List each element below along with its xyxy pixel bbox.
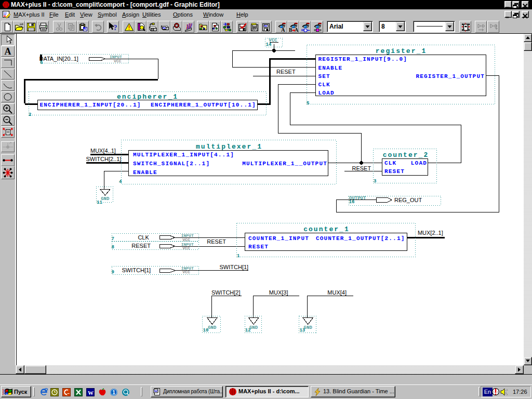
- svg-text:REG_OUT: REG_OUT: [394, 197, 422, 203]
- svg-text:ENCIPHERER_1_OUTPUT[10..1]: ENCIPHERER_1_OUTPUT[10..1]: [151, 102, 256, 108]
- svg-text:RESET: RESET: [248, 244, 269, 250]
- svg-text:VCC: VCC: [269, 38, 277, 43]
- svg-text:GND: GND: [304, 325, 313, 330]
- svg-text:MUX[3]: MUX[3]: [269, 289, 288, 296]
- svg-text:CLK: CLK: [318, 82, 330, 88]
- svg-text:RESET: RESET: [276, 69, 296, 75]
- svg-text:SWITCH_SIGNAL[2..1]: SWITCH_SIGNAL[2..1]: [133, 161, 210, 167]
- svg-text:REGISTER_1_INPUT[9..0]: REGISTER_1_INPUT[9..0]: [318, 56, 408, 62]
- svg-text:A: A: [5, 46, 11, 56]
- svg-text:register_1: register_1: [376, 47, 427, 55]
- svg-text:encipherer_1: encipherer_1: [117, 93, 178, 101]
- svg-text:B: B: [289, 27, 292, 33]
- svg-text:1: 1: [112, 390, 115, 395]
- svg-text:OUTPUT: OUTPUT: [349, 196, 366, 201]
- svg-text:GND: GND: [249, 325, 258, 330]
- svg-text:4: 4: [119, 179, 122, 184]
- svg-text:RESET: RESET: [384, 168, 405, 175]
- svg-text:LOAD: LOAD: [318, 90, 335, 96]
- svg-text:CLK: CLK: [384, 160, 396, 166]
- svg-text:DATA_IN[20..1]: DATA_IN[20..1]: [39, 56, 78, 62]
- svg-text:counter_2: counter_2: [383, 151, 429, 159]
- svg-text:ENABLE: ENABLE: [133, 169, 157, 176]
- svg-text:GND: GND: [101, 196, 110, 202]
- svg-text:SWITCH[2]: SWITCH[2]: [211, 289, 241, 296]
- svg-text:SWITCH[1]: SWITCH[1]: [220, 264, 249, 270]
- svg-text:VCC: VCC: [182, 270, 190, 274]
- svg-text:A: A: [295, 27, 299, 33]
- svg-text:A: A: [281, 27, 285, 33]
- svg-text:GND: GND: [208, 325, 217, 330]
- svg-text:SWITCH[2..1]: SWITCH[2..1]: [86, 156, 122, 162]
- svg-text:MUX[4..1]: MUX[4..1]: [90, 148, 116, 154]
- svg-text:9: 9: [112, 270, 114, 275]
- svg-text:5: 5: [307, 101, 309, 106]
- svg-text:REGISTER_1_OUTPUT: REGISTER_1_OUTPUT: [416, 73, 485, 79]
- svg-text:SWITCH[1]: SWITCH[1]: [122, 267, 151, 273]
- svg-text:7: 7: [112, 236, 114, 242]
- svg-text:MULTIPLEXER_1__OUTPUT: MULTIPLEXER_1__OUTPUT: [242, 161, 327, 167]
- svg-text:RESET: RESET: [207, 238, 226, 245]
- svg-text:?: ?: [114, 24, 117, 32]
- svg-text:ENABLE: ENABLE: [318, 65, 343, 71]
- svg-text:VCC: VCC: [114, 59, 122, 63]
- svg-text:SET: SET: [318, 73, 330, 79]
- svg-text:RESET: RESET: [131, 243, 151, 249]
- svg-text:MUX[2..1]: MUX[2..1]: [418, 230, 443, 236]
- svg-text:1: 1: [237, 254, 240, 259]
- svg-text:ENCIPHERER_1_INPUT[20..1]: ENCIPHERER_1_INPUT[20..1]: [40, 102, 141, 108]
- svg-text:LOAD: LOAD: [411, 160, 427, 166]
- svg-text:CLK: CLK: [138, 234, 149, 241]
- svg-text:COUNTER_1_OUTPUT[2..1]: COUNTER_1_OUTPUT[2..1]: [316, 235, 405, 242]
- svg-text:counter_1: counter_1: [303, 225, 350, 233]
- svg-text:W: W: [88, 390, 94, 396]
- svg-text:RESET: RESET: [352, 165, 371, 171]
- svg-text:multiplexer_1: multiplexer_1: [196, 143, 262, 151]
- svg-text:8: 8: [112, 245, 114, 250]
- svg-text:MUX[4]: MUX[4]: [327, 289, 347, 296]
- svg-text:3: 3: [374, 179, 376, 184]
- svg-text:COUNTER_1_INPUT: COUNTER_1_INPUT: [248, 235, 309, 242]
- svg-text:VCC: VCC: [182, 246, 190, 250]
- svg-text:VCC: VCC: [182, 237, 190, 242]
- svg-text:2: 2: [29, 112, 31, 117]
- svg-text:MULTIPLEXER_1_INPUT[4..1]: MULTIPLEXER_1_INPUT[4..1]: [133, 152, 234, 158]
